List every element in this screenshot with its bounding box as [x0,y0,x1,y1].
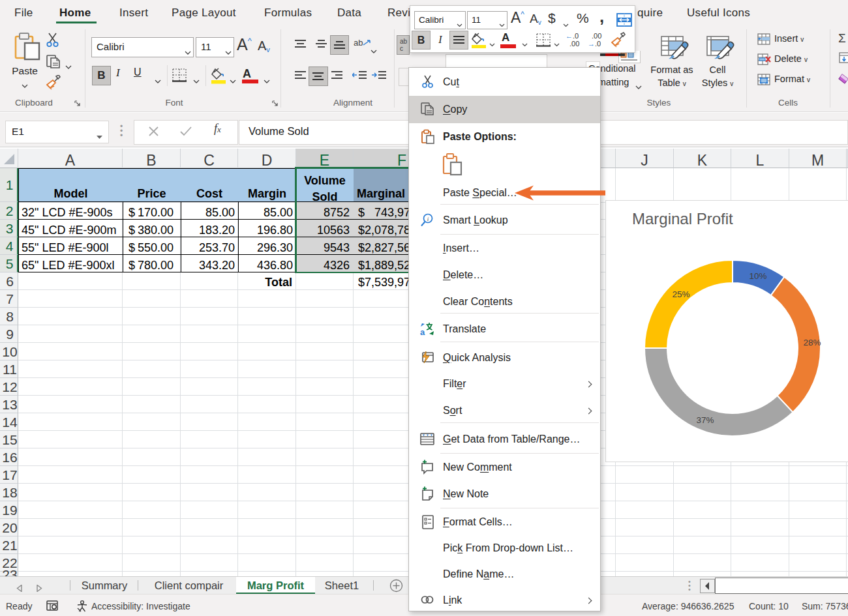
svg-text:i: i [427,216,429,222]
svg-text:25%: 25% [672,289,689,299]
svg-text:10%: 10% [749,271,766,281]
svg-text:28%: 28% [803,338,821,347]
svg-text:a: a [420,327,425,337]
svg-text:37%: 37% [696,415,714,425]
